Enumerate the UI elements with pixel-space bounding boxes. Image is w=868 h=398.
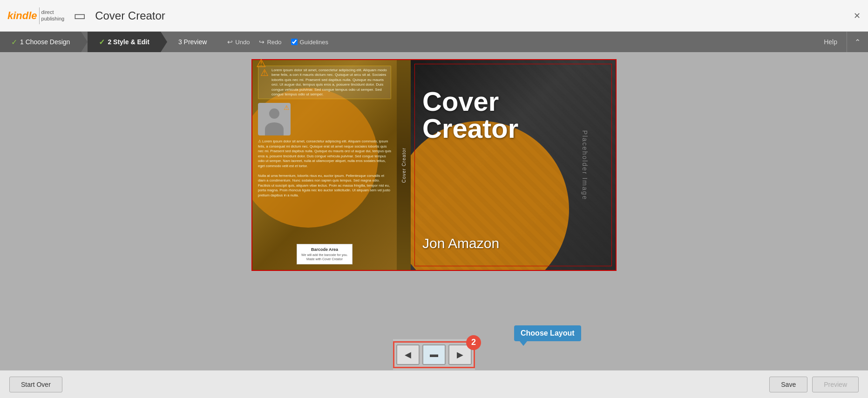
step1-nav[interactable]: ✓ 1 Choose Design <box>0 32 81 52</box>
undo-icon: ↩ <box>227 38 233 46</box>
title-line2: Creator <box>422 113 518 143</box>
close-button[interactable]: ✕ <box>854 11 861 21</box>
redo-icon: ↪ <box>259 38 264 46</box>
guidelines-checkbox[interactable] <box>291 39 298 45</box>
layout-btn-1-icon: ◀ <box>405 350 411 360</box>
person-body <box>265 122 284 135</box>
back-cover-content: ⚠ Lorem ipsum dolor sit amet, consectetu… <box>252 60 397 270</box>
logo-divider <box>39 7 40 24</box>
collapse-button[interactable]: ⌃ <box>847 32 868 52</box>
barcode-title: Barcode Area <box>301 247 348 252</box>
step2-label: 2 Style & Edit <box>108 38 149 46</box>
redo-label: Redo <box>267 39 281 46</box>
redo-button[interactable]: ↪ Redo <box>259 38 281 46</box>
barcode-subtext-1: We will add the barcode for you. <box>301 253 348 257</box>
barcode-subtext-2: Made with Cover Creator <box>301 257 348 261</box>
layout-btn-1[interactable]: ◀ <box>396 344 420 365</box>
undo-button[interactable]: ↩ Undo <box>227 38 250 46</box>
footer: Start Over Save Preview <box>0 370 868 398</box>
book-author: Jon Amazon <box>422 236 604 251</box>
layout-btn-group: 2 ◀ ▬ ▶ <box>393 341 475 368</box>
step3-nav[interactable]: 3 Preview <box>167 32 218 52</box>
nav-right: Help ⌃ <box>814 32 868 52</box>
dp-brand: directpublishing <box>41 9 65 21</box>
badge-number: 2 <box>466 335 481 350</box>
kindle-logo: kindle directpublishing <box>7 7 64 24</box>
step3-label: 3 Preview <box>178 38 207 46</box>
title-bar-left: kindle directpublishing ▭ Cover Creator <box>7 7 165 24</box>
book-title: Cover Creator <box>422 88 604 142</box>
layout-btn-3-icon: ▶ <box>457 350 463 360</box>
spine-text: Cover Creator <box>401 148 407 183</box>
back-warning-block: ⚠ Lorem ipsum dolor sit amet, consectetu… <box>258 66 391 99</box>
undo-label: Undo <box>235 39 250 46</box>
preview-button[interactable]: Preview <box>812 377 859 392</box>
step1-label: 1 Choose Design <box>20 38 70 46</box>
choose-layout-tooltip: Choose Layout <box>514 325 581 346</box>
step1-checkmark: ✓ <box>11 38 17 47</box>
person-placeholder: ⚠ <box>258 103 291 135</box>
layout-btn-2[interactable]: ▬ <box>422 344 446 365</box>
nav-arrow-1 <box>81 32 88 52</box>
placeholder-image-text: Placeholder Image <box>582 130 589 200</box>
step2-checkmark: ✓ <box>99 38 105 47</box>
title-line1: Cover <box>422 86 499 116</box>
guidelines-label: Guidelines <box>300 39 328 46</box>
nav-arrow-2 <box>161 32 167 52</box>
warning-alert-icon: ⚠ <box>256 57 266 70</box>
guidelines-checkbox-label[interactable]: Guidelines <box>291 39 328 46</box>
spine: Cover Creator <box>397 60 411 270</box>
kindle-brand: kindle <box>7 10 37 22</box>
tooltip-arrow <box>520 341 527 346</box>
start-over-button[interactable]: Start Over <box>9 377 62 392</box>
barcode-area: Barcode Area We will add the barcode for… <box>297 244 353 264</box>
person-head <box>269 108 279 119</box>
title-bar: kindle directpublishing ▭ Cover Creator … <box>0 0 868 32</box>
bottom-toolbar: Choose Layout 2 ◀ ▬ ▶ <box>393 338 475 370</box>
device-icon: ▭ <box>74 8 86 23</box>
cover-wrapper: ⚠ ⚠ Lorem ipsum dolor sit amet, consecte… <box>251 59 617 271</box>
choose-layout-label: Choose Layout <box>514 325 581 341</box>
footer-right: Save Preview <box>769 377 859 392</box>
save-button[interactable]: Save <box>769 377 807 392</box>
nav-tools: ↩ Undo ↪ Redo Guidelines <box>227 38 814 46</box>
layout-btn-2-icon: ▬ <box>430 350 438 359</box>
back-body-text: ⚠ Lorem ipsum dolor sit amet, consectetu… <box>258 139 391 243</box>
front-cover[interactable]: Placeholder Image Cover Creator Jon Amaz… <box>411 60 616 270</box>
main-content: ⚠ ⚠ Lorem ipsum dolor sit amet, consecte… <box>0 52 868 370</box>
nav-bar: ✓ 1 Choose Design ✓ 2 Style & Edit 3 Pre… <box>0 32 868 52</box>
cover-book: ⚠ Lorem ipsum dolor sit amet, consectetu… <box>251 59 617 271</box>
book-cover-container: ⚠ ⚠ Lorem ipsum dolor sit amet, consecte… <box>0 57 868 338</box>
help-button[interactable]: Help <box>814 32 847 52</box>
warning-text-content: Lorem ipsum dolor sit amet, consectetur … <box>271 68 389 97</box>
back-cover[interactable]: ⚠ Lorem ipsum dolor sit amet, consectetu… <box>252 60 397 270</box>
step2-nav[interactable]: ✓ 2 Style & Edit <box>88 32 160 52</box>
app-title: Cover Creator <box>95 9 165 22</box>
